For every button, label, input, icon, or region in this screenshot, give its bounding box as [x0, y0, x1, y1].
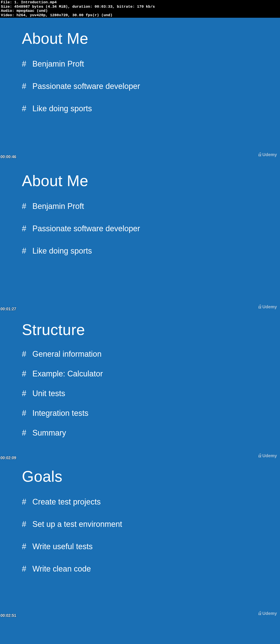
hash-icon: # [22, 246, 32, 256]
udemy-u-icon: û [258, 304, 262, 310]
hash-icon: # [22, 564, 32, 574]
size-line: Size: 4548987 bytes (4.34 MiB), duration… [1, 4, 155, 9]
bullet-text: Benjamin Proft [32, 202, 84, 211]
hash-icon: # [22, 104, 32, 113]
file-line: File: 1. Introduction.mp4 [1, 0, 57, 4]
bullet-text: Set up a test environment [32, 520, 122, 529]
hash-icon: # [22, 202, 32, 211]
udemy-logo: û Udemy [258, 610, 277, 617]
hash-icon: # [22, 369, 32, 378]
timestamp-overlay: 00:02:09 [0, 456, 16, 460]
hash-icon: # [22, 82, 32, 91]
slide-about-me-1: About Me # Benjamin Proft # Passionate s… [0, 18, 280, 160]
timestamp-overlay: 00:01:27 [0, 307, 16, 312]
bullet-text: Like doing sports [32, 246, 92, 256]
video-line: Video: h264, yuv420p, 1280x720, 30.00 fp… [1, 13, 112, 17]
bullet-item: # Like doing sports [22, 104, 258, 113]
slide-title: Goals [22, 468, 258, 485]
udemy-text: Udemy [262, 611, 277, 616]
video-info-header: File: 1. Introduction.mp4 Size: 4548987 … [0, 0, 280, 18]
bullet-item: # Like doing sports [22, 246, 258, 256]
slide-structure: Structure # General information # Exampl… [0, 312, 280, 461]
hash-icon: # [22, 428, 32, 438]
hash-icon: # [22, 350, 32, 359]
bullet-text: Write useful tests [32, 542, 92, 551]
bullet-item: # Write useful tests [22, 542, 258, 551]
bullet-item: # Create test projects [22, 497, 258, 506]
bullet-item: # Example: Calculator [22, 369, 258, 378]
bullet-text: Passionate software developer [32, 82, 140, 91]
timestamp-overlay: 00:02:51 [0, 613, 16, 618]
udemy-u-icon: û [258, 452, 262, 459]
bullet-text: Unit tests [32, 389, 65, 398]
udemy-u-icon: û [258, 610, 262, 617]
hash-icon: # [22, 542, 32, 551]
bullet-text: Benjamin Proft [32, 59, 84, 68]
bullet-item: # Passionate software developer [22, 82, 258, 91]
bullet-item: # Benjamin Proft [22, 59, 258, 68]
hash-icon: # [22, 408, 32, 418]
bullet-item: # Passionate software developer [22, 224, 258, 233]
udemy-text: Udemy [262, 152, 277, 157]
bullet-item: # Benjamin Proft [22, 202, 258, 211]
udemy-logo: û Udemy [258, 452, 277, 459]
bullet-text: Integration tests [32, 408, 88, 418]
hash-icon: # [22, 389, 32, 398]
slide-about-me-2: About Me # Benjamin Proft # Passionate s… [0, 160, 280, 312]
bullet-item: # Set up a test environment [22, 520, 258, 529]
udemy-logo: û Udemy [258, 151, 277, 158]
bullet-item: # Integration tests [22, 408, 258, 418]
udemy-logo: û Udemy [258, 304, 277, 310]
bullet-text: Create test projects [32, 497, 101, 506]
bullet-text: General information [32, 350, 101, 359]
audio-line: Audio: mpeg4aac (und) [1, 9, 48, 13]
slide-title: Structure [22, 321, 258, 338]
hash-icon: # [22, 224, 32, 233]
slide-goals: Goals # Create test projects # Set up a … [0, 461, 280, 619]
timestamp-overlay: 00:00:46 [0, 154, 16, 159]
slide-title: About Me [22, 30, 258, 47]
bullet-text: Passionate software developer [32, 224, 140, 233]
bullet-item: # Write clean code [22, 564, 258, 574]
bullet-item: # Summary [22, 428, 258, 438]
udemy-text: Udemy [262, 453, 277, 458]
bullet-item: # General information [22, 350, 258, 359]
hash-icon: # [22, 497, 32, 506]
bullet-text: Write clean code [32, 564, 91, 574]
slide-title: About Me [22, 172, 258, 190]
udemy-u-icon: û [258, 151, 262, 158]
bullet-text: Example: Calculator [32, 369, 103, 378]
bullet-text: Like doing sports [32, 104, 92, 113]
bullet-text: Summary [32, 428, 66, 438]
udemy-text: Udemy [262, 304, 277, 310]
hash-icon: # [22, 59, 32, 68]
bullet-item: # Unit tests [22, 389, 258, 398]
hash-icon: # [22, 520, 32, 529]
